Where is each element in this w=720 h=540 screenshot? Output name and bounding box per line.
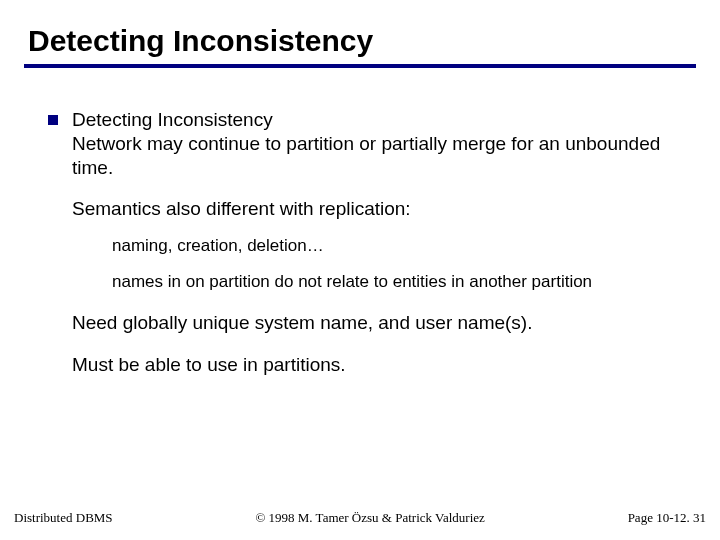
- bullet-line: Network may continue to partition or par…: [72, 132, 696, 180]
- footer: Distributed DBMS © 1998 M. Tamer Özsu & …: [0, 510, 720, 526]
- subitem-names-partition: names in on partition do not relate to e…: [112, 271, 696, 293]
- footer-right: Page 10-12. 31: [628, 510, 706, 526]
- footer-center: © 1998 M. Tamer Özsu & Patrick Valduriez: [113, 510, 628, 526]
- slide: Detecting Inconsistency Detecting Incons…: [0, 0, 720, 540]
- bullet-text: Detecting Inconsistency Network may cont…: [72, 108, 696, 179]
- paragraph-semantics: Semantics also different with replicatio…: [72, 197, 696, 221]
- slide-title: Detecting Inconsistency: [28, 24, 696, 58]
- square-bullet-icon: [48, 115, 58, 125]
- bullet-heading: Detecting Inconsistency: [72, 108, 696, 132]
- bullet-item: Detecting Inconsistency Network may cont…: [48, 108, 696, 179]
- subitem-naming: naming, creation, deletion…: [112, 235, 696, 257]
- title-underline: [24, 64, 696, 68]
- content-area: Detecting Inconsistency Network may cont…: [24, 108, 696, 377]
- paragraph-need: Need globally unique system name, and us…: [72, 311, 696, 335]
- footer-left: Distributed DBMS: [14, 510, 113, 526]
- paragraph-must: Must be able to use in partitions.: [72, 353, 696, 377]
